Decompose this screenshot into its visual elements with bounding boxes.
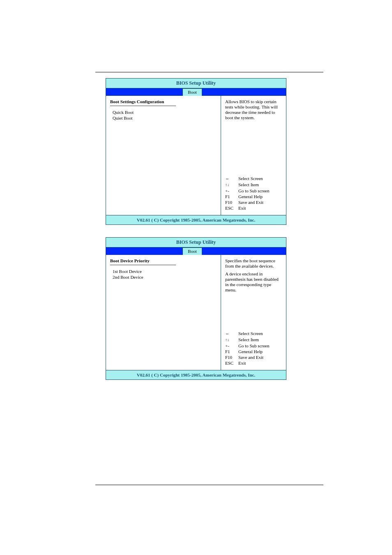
legend-save-exit: Save and Exit (238, 354, 271, 360)
bottom-horizontal-rule (95, 485, 323, 485)
separator (110, 106, 176, 106)
legend-key-f10: F10 (225, 354, 238, 360)
bios-right-pane: Specifies the boot sequence from the ava… (221, 255, 286, 370)
legend-subscreen: Go to Sub screen (238, 188, 271, 194)
bios-body: Boot Device Priority 1st Boot Device 2nd… (106, 255, 286, 370)
legend-general-help: General Help (238, 349, 271, 354)
arrows-lr-icon: ↔ (225, 176, 229, 181)
bios-title: BIOS Setup Utility (106, 79, 286, 88)
legend-exit: Exit (238, 360, 271, 366)
setting-item-quiet-boot[interactable]: Quiet Boot (110, 115, 217, 121)
bios-tab-bar: Boot (106, 247, 286, 255)
help-text: Allows BIOS to skip certain tests while … (225, 99, 282, 120)
legend-save-exit: Save and Exit (238, 199, 271, 205)
setting-item-quick-boot[interactable]: Quick Boot (110, 109, 217, 115)
bios-panel-boot-priority: BIOS Setup Utility Boot Boot Device Prio… (106, 237, 286, 380)
legend-subscreen: Go to Sub screen (238, 343, 271, 349)
legend-key-f1: F1 (225, 194, 238, 199)
bios-left-pane: Boot Settings Configuration Quick Boot Q… (106, 96, 221, 215)
setting-item-2nd-boot[interactable]: 2nd Boot Device (110, 274, 217, 280)
legend-select-screen: Select Screen (238, 176, 271, 182)
arrows-lr-icon: ↔ (225, 331, 229, 336)
legend-exit: Exit (238, 205, 271, 211)
arrows-ud-icon: ↑↓ (225, 183, 229, 187)
tab-boot[interactable]: Boot (182, 247, 202, 255)
section-heading: Boot Device Priority (110, 258, 217, 263)
legend-key-f1: F1 (225, 349, 238, 354)
bios-title: BIOS Setup Utility (106, 238, 286, 247)
bios-tab-bar: Boot (106, 88, 286, 96)
setting-item-1st-boot[interactable]: 1st Boot Device (110, 268, 217, 274)
legend-key-esc: ESC (225, 205, 238, 211)
settings-list: 1st Boot Device 2nd Boot Device (110, 268, 217, 280)
separator (110, 265, 176, 265)
legend-key-f10: F10 (225, 199, 238, 205)
bios-left-pane: Boot Device Priority 1st Boot Device 2nd… (106, 255, 221, 370)
help-para-1: Specifies the boot sequence from the ava… (225, 258, 282, 269)
legend-select-screen: Select Screen (238, 331, 271, 337)
arrows-ud-icon: ↑↓ (225, 338, 229, 342)
document-page: BIOS Setup Utility Boot Boot Settings Co… (0, 0, 392, 555)
legend-key-plusminus: +- (225, 343, 238, 349)
help-para-2: A device enclosed in parenthesis has bee… (225, 271, 282, 293)
legend-select-item: Select Item (238, 337, 271, 343)
tab-boot[interactable]: Boot (182, 88, 202, 96)
key-legend: ↔Select Screen ↑↓Select Item +-Go to Sub… (225, 176, 271, 211)
legend-key-esc: ESC (225, 360, 238, 366)
section-heading: Boot Settings Configuration (110, 99, 217, 104)
settings-list: Quick Boot Quiet Boot (110, 109, 217, 121)
top-horizontal-rule (95, 72, 323, 72)
legend-select-item: Select Item (238, 182, 271, 188)
help-text: Specifies the boot sequence from the ava… (225, 258, 282, 293)
bios-panel-boot-settings: BIOS Setup Utility Boot Boot Settings Co… (106, 78, 286, 225)
bios-copyright: V02.61 ( C) Copyright 1985-2005, America… (106, 215, 286, 224)
legend-key-plusminus: +- (225, 188, 238, 194)
bios-body: Boot Settings Configuration Quick Boot Q… (106, 96, 286, 215)
bios-copyright: V02.61 ( C) Copyright 1985-2005, America… (106, 370, 286, 379)
key-legend: ↔Select Screen ↑↓Select Item +-Go to Sub… (225, 331, 271, 366)
bios-right-pane: Allows BIOS to skip certain tests while … (221, 96, 286, 215)
legend-general-help: General Help (238, 194, 271, 199)
